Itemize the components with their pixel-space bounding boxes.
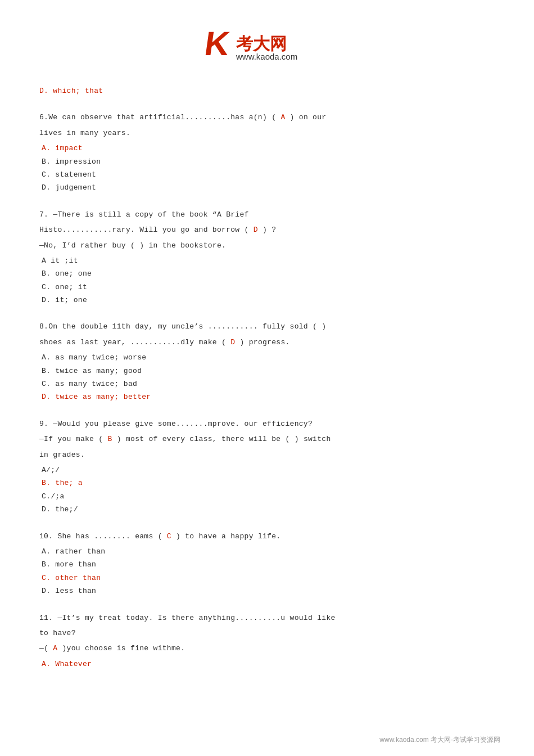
q8-line1: 8.On the double 11th day, my uncle’s ...… — [39, 320, 495, 333]
q6-line2: lives in many years. — [39, 127, 495, 140]
footer-text: www.kaoda.com 考大网-考试学习资源网 — [379, 736, 500, 744]
q5-d-answer: D. which; that — [39, 84, 495, 97]
q9-optA: A/;/ — [39, 464, 495, 476]
q11-block: 11. ―It’s my treat today. Is there anyth… — [39, 611, 495, 671]
q10-optA: A. rather than — [39, 545, 495, 558]
q9-line3: in grades. — [39, 448, 495, 461]
q10-block: 10. She has ........ eams ( C ) to have … — [39, 530, 495, 598]
q6-line1: 6.We can observe that artificial........… — [39, 111, 495, 124]
q7-block: 7. ―There is still a copy of the book “A… — [39, 208, 495, 307]
q8-block: 8.On the double 11th day, my uncle’s ...… — [39, 320, 495, 403]
q7-optB: B. one; one — [39, 267, 495, 280]
q7-line2: Histo...........rary. Will you go and bo… — [39, 223, 495, 236]
q10-optB: B. more than — [39, 558, 495, 571]
q10-line1: 10. She has ........ eams ( C ) to have … — [39, 530, 495, 543]
q7-optA: A it ;it — [39, 254, 495, 267]
q9-line1: 9. ―Would you please give some.......mpr… — [39, 417, 495, 430]
logo-area: K 考大网 www.kaoda.com — [34, 11, 500, 84]
q11-line1: 11. ―It’s my treat today. Is there anyth… — [39, 611, 495, 624]
q9-optD: D. the;/ — [39, 503, 495, 516]
q9-optC: C./;a — [39, 490, 495, 503]
svg-text:K: K — [205, 24, 232, 62]
q6-block: 6.We can observe that artificial........… — [39, 111, 495, 194]
q7-optD: D. it; one — [39, 294, 495, 307]
q9-line2: ―If you make ( B ) most of every class, … — [39, 433, 495, 446]
q6-optA: A. impact — [39, 142, 495, 155]
q8-optC: C. as many twice; bad — [39, 377, 495, 390]
q9-block: 9. ―Would you please give some.......mpr… — [39, 417, 495, 516]
q8-optA: A. as many twice; worse — [39, 351, 495, 364]
q10-optD: D. less than — [39, 584, 495, 597]
q7-line1: 7. ―There is still a copy of the book “A… — [39, 208, 495, 221]
q6-optB: B. impression — [39, 155, 495, 168]
q5-answer-block: D. which; that — [39, 84, 495, 97]
q11-optA: A. Whatever — [39, 658, 495, 670]
footer: www.kaoda.com 考大网-考试学习资源网 — [379, 735, 500, 745]
q6-optD: D. judgement — [39, 181, 495, 194]
q10-optC: C. other than — [39, 572, 495, 584]
q7-line3: ―No, I’d rather buy ( ) in the bookstore… — [39, 239, 495, 252]
q8-optB: B. twice as many; good — [39, 364, 495, 377]
q7-optC: C. one; it — [39, 281, 495, 294]
content: D. which; that 6.We can observe that art… — [34, 84, 500, 670]
q9-optB: B. the; a — [39, 476, 495, 489]
page-container: K 考大网 www.kaoda.com D. which; that 6.We … — [0, 0, 534, 756]
svg-text:www.kaoda.com: www.kaoda.com — [236, 52, 297, 61]
svg-text:考大网: 考大网 — [236, 34, 287, 53]
logo-svg-wrap: K 考大网 www.kaoda.com — [34, 22, 500, 62]
q11-line2: to have? — [39, 627, 495, 640]
q6-optC: C. statement — [39, 168, 495, 181]
q8-line2: shoes as last year, ...........dly make … — [39, 336, 495, 349]
logo-svg: K 考大网 www.kaoda.com — [205, 22, 329, 62]
q11-line3: ―( A )you choose is fine withme. — [39, 642, 495, 655]
q8-optD: D. twice as many; better — [39, 390, 495, 403]
